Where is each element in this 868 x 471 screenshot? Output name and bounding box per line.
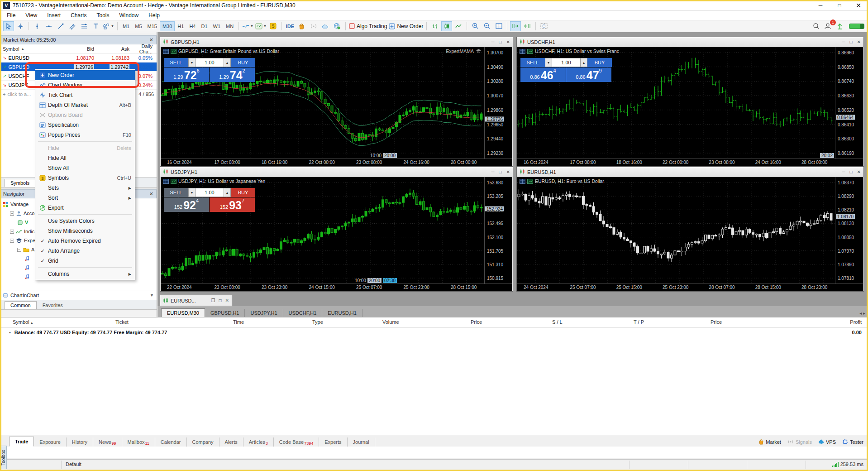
- trendline-tool-icon[interactable]: [55, 21, 66, 31]
- tab-symbols[interactable]: Symbols: [5, 179, 35, 187]
- trade-column-symbol[interactable]: Symbol ▲: [13, 319, 33, 325]
- one-click-mini-icon[interactable]: [527, 179, 533, 184]
- chart-plot[interactable]: USDCHF, H1: US Dollar vs Swiss FrancSELL…: [517, 47, 836, 159]
- context-menu-item-popup-prices[interactable]: Popup PricesF10: [35, 130, 135, 140]
- chart-window-titlebar[interactable]: USDJPY,H1─□✕: [160, 167, 513, 177]
- minimize-icon[interactable]: ─: [842, 39, 845, 44]
- sell-button[interactable]: SELL: [164, 58, 188, 67]
- shapes-tool-icon[interactable]: ▼: [102, 21, 114, 31]
- market-store-icon[interactable]: [296, 21, 307, 31]
- context-menu-item-new-order[interactable]: New Order: [35, 70, 135, 80]
- menu-view[interactable]: View: [20, 11, 42, 19]
- toolbox-tab-history[interactable]: History: [67, 437, 93, 447]
- toolbox-tab-articles[interactable]: Articles3: [243, 437, 274, 447]
- chart-plot[interactable]: EURUSD, H1: Euro vs US Dollar: [517, 177, 836, 284]
- volume-step-up[interactable]: ▲: [224, 58, 231, 67]
- close-icon[interactable]: ✕: [506, 169, 510, 174]
- one-click-mini-icon[interactable]: [527, 49, 533, 54]
- chart-tab-gbpusd-h1[interactable]: GBPUSD,H1: [205, 309, 245, 317]
- close-button[interactable]: ✕: [849, 0, 868, 10]
- close-icon[interactable]: ✕: [225, 298, 229, 303]
- close-icon[interactable]: ✕: [857, 39, 861, 44]
- chart-in-chart-row[interactable]: ChartInChart ▼: [0, 290, 157, 300]
- chevron-down-icon[interactable]: ▼: [150, 293, 154, 298]
- timeframe-m30[interactable]: M30: [160, 21, 175, 31]
- trade-column-profit[interactable]: Profit: [850, 319, 862, 325]
- minimize-button[interactable]: ─: [811, 0, 830, 10]
- timeframe-mn[interactable]: MN: [223, 21, 236, 31]
- profile-name[interactable]: Default: [66, 461, 81, 467]
- menu-file[interactable]: File: [2, 11, 20, 19]
- toolbox-tab-code-base[interactable]: Code Base7394: [274, 437, 319, 447]
- chart-tab-eurusd-h1[interactable]: EURUSD,H1: [322, 309, 362, 317]
- chart-window-titlebar[interactable]: GBPUSD,H1─□✕: [160, 37, 513, 47]
- volume-step-up[interactable]: ▲: [224, 188, 231, 197]
- trade-column-volume[interactable]: Volume: [382, 319, 399, 325]
- toolbox-tab-alerts[interactable]: Alerts: [219, 437, 243, 447]
- menu-help[interactable]: Help: [143, 11, 165, 19]
- chart-plot[interactable]: USDJPY, H1: US Dollar vs Japanese YenSEL…: [161, 177, 485, 284]
- cursor-tool-icon[interactable]: [3, 21, 14, 31]
- ide-icon[interactable]: IDE: [285, 21, 296, 31]
- minimize-icon[interactable]: ─: [842, 169, 845, 174]
- indicators-icon[interactable]: ▼: [242, 21, 254, 31]
- tab-favorites[interactable]: Favorites: [37, 301, 69, 309]
- buy-button[interactable]: BUY: [231, 58, 255, 67]
- toolbox-tab-exposure[interactable]: Exposure: [34, 437, 66, 447]
- dom-mini-icon[interactable]: [520, 179, 525, 184]
- maximize-button[interactable]: □: [830, 0, 849, 10]
- minimize-icon[interactable]: ─: [491, 39, 494, 44]
- dom-mini-icon[interactable]: [163, 179, 169, 184]
- horizontal-line-tool-icon[interactable]: [43, 21, 54, 31]
- timeframe-d1[interactable]: D1: [198, 21, 210, 31]
- user-notifications-icon[interactable]: 1: [822, 21, 833, 31]
- chart-window-titlebar[interactable]: USDCHF,H1─□✕: [517, 37, 863, 47]
- chart-tab-usdjpy-h1[interactable]: USDJPY,H1: [245, 309, 283, 317]
- crosshair-tool-icon[interactable]: [15, 21, 26, 31]
- toolbox-tab-trade[interactable]: Trade: [9, 437, 34, 447]
- trade-column-type[interactable]: Type: [312, 319, 323, 325]
- search-icon[interactable]: [811, 21, 821, 31]
- line-chart-mode-icon[interactable]: [453, 21, 464, 31]
- context-menu-item-auto-arrange[interactable]: ✓Auto Arrange: [35, 246, 135, 256]
- sell-price[interactable]: 152924: [164, 197, 209, 212]
- column-header-ask[interactable]: Ask: [94, 46, 129, 52]
- column-header-symbol[interactable]: Symbol▲: [0, 46, 51, 52]
- toolbox-vps-button[interactable]: VPS: [818, 439, 836, 445]
- volume-step-down[interactable]: ▼: [188, 188, 196, 197]
- volume-step-down[interactable]: ▼: [188, 58, 196, 67]
- trade-column-ticket[interactable]: Ticket: [115, 319, 129, 325]
- market-watch-row-eurusd[interactable]: ↘EURUSD1.081701.081830.05%: [0, 53, 157, 62]
- context-menu-item-hide[interactable]: HideDelete: [35, 143, 135, 153]
- volume-input[interactable]: 1.00: [552, 58, 580, 67]
- tile-windows-icon[interactable]: [493, 21, 504, 31]
- algo-trading-button[interactable]: Algo Trading: [348, 21, 387, 31]
- trade-column-price[interactable]: Price: [471, 319, 482, 325]
- timeframe-m5[interactable]: M5: [132, 21, 144, 31]
- maximize-icon[interactable]: □: [850, 169, 853, 174]
- new-order-button[interactable]: New Order: [388, 21, 424, 31]
- timeframe-m1[interactable]: M1: [120, 21, 132, 31]
- close-icon[interactable]: ✕: [506, 39, 510, 44]
- tab-common[interactable]: Common: [5, 301, 37, 309]
- context-menu-item-columns[interactable]: Columns▶: [35, 269, 135, 279]
- zoom-out-icon[interactable]: [482, 21, 492, 31]
- minimize-icon[interactable]: ─: [491, 169, 494, 174]
- sell-price[interactable]: 0.86464: [520, 67, 566, 82]
- timeframe-w1[interactable]: W1: [210, 21, 224, 31]
- context-menu-item-export[interactable]: Export: [35, 203, 135, 213]
- toolbox-tab-mailbox[interactable]: Mailbox11: [122, 437, 155, 447]
- chart-tab-usdchf-h1[interactable]: USDCHF,H1: [283, 309, 323, 317]
- chart-plot[interactable]: GBPUSD, H1: Great Britain Pound vs US Do…: [161, 47, 485, 159]
- context-menu-item-show-all[interactable]: Show All: [35, 163, 135, 173]
- timeframe-h4[interactable]: H4: [186, 21, 198, 31]
- signals-broadcast-icon[interactable]: [308, 21, 319, 31]
- toolbox-tab-calendar[interactable]: Calendar: [155, 437, 187, 447]
- volume-input[interactable]: 1.00: [196, 188, 224, 197]
- objects-list-icon[interactable]: ▼: [255, 21, 267, 31]
- volume-input[interactable]: 1.00: [196, 58, 224, 67]
- column-header-change[interactable]: Daily Cha...: [129, 43, 154, 54]
- menu-insert[interactable]: Insert: [42, 11, 66, 19]
- buy-price[interactable]: 152937: [210, 197, 255, 212]
- trade-column-price[interactable]: Price: [711, 319, 722, 325]
